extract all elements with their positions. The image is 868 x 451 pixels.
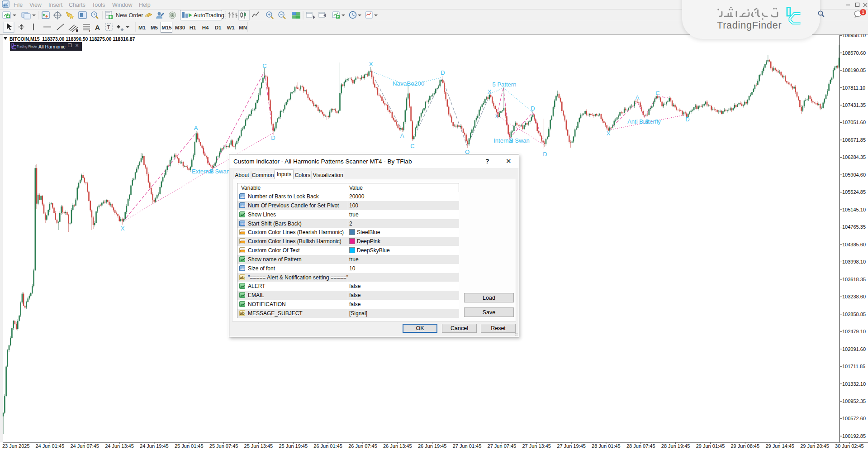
svg-text:24 Jun 19:45: 24 Jun 19:45 — [140, 443, 169, 449]
svg-text:105145.10: 105145.10 — [842, 207, 866, 212]
svg-text:104765.35: 104765.35 — [842, 224, 866, 230]
svg-text:100952.35: 100952.35 — [842, 398, 866, 404]
svg-text:26 Jun 01:45: 26 Jun 01:45 — [313, 443, 342, 449]
svg-text:103998.10: 103998.10 — [842, 259, 866, 264]
svg-text:102858.85: 102858.85 — [842, 312, 866, 317]
svg-text:29 Jun 01:45: 29 Jun 01:45 — [696, 443, 725, 449]
svg-text:D: D — [441, 69, 445, 76]
svg-text:25 Jun 19:45: 25 Jun 19:45 — [279, 443, 308, 449]
svg-text:27 Jun 19:45: 27 Jun 19:45 — [557, 443, 586, 449]
svg-text:D: D — [685, 116, 689, 123]
svg-text:105904.60: 105904.60 — [842, 172, 866, 178]
svg-text:28 Jun 07:45: 28 Jun 07:45 — [626, 443, 655, 449]
svg-text:29 Jun 20:45: 29 Jun 20:45 — [800, 443, 829, 449]
svg-text:26 Jun 07:45: 26 Jun 07:45 — [348, 443, 377, 449]
svg-text:25 Jun 01:45: 25 Jun 01:45 — [175, 443, 204, 449]
svg-text:26 Jun 19:45: 26 Jun 19:45 — [418, 443, 447, 449]
svg-text:B: B — [210, 168, 214, 175]
svg-text:28 Jun 19:45: 28 Jun 19:45 — [661, 443, 690, 449]
svg-text:X: X — [369, 61, 373, 67]
svg-text:B: B — [645, 118, 650, 125]
svg-text:X: X — [121, 225, 125, 232]
svg-text:Anti Butterfly: Anti Butterfly — [627, 118, 661, 125]
svg-text:107431.35: 107431.35 — [842, 102, 866, 108]
svg-text:NavaBo200: NavaBo200 — [393, 80, 425, 87]
svg-text:108570.60: 108570.60 — [842, 50, 866, 56]
svg-text:B: B — [509, 137, 513, 144]
svg-text:28 Jun 01:45: 28 Jun 01:45 — [592, 443, 621, 449]
svg-text:D: D — [531, 105, 535, 112]
svg-text:105524.85: 105524.85 — [842, 189, 866, 195]
svg-text:107811.10: 107811.10 — [842, 85, 865, 91]
svg-text:AutoTrading: AutoTrading — [194, 12, 224, 19]
svg-text:25 Jun 07:45: 25 Jun 07:45 — [209, 443, 238, 449]
svg-text:24 Jun 13:45: 24 Jun 13:45 — [105, 443, 134, 449]
svg-text:104385.60: 104385.60 — [842, 242, 866, 247]
svg-text:103238.60: 103238.60 — [842, 294, 866, 299]
svg-text:X: X — [495, 114, 498, 119]
svg-text:102091.60: 102091.60 — [842, 346, 866, 352]
svg-text:107051.60: 107051.60 — [842, 120, 866, 125]
svg-text:106671.85: 106671.85 — [842, 137, 866, 143]
svg-text:23 Jun 2025: 23 Jun 2025 — [2, 443, 30, 449]
svg-text:27 Jun 07:45: 27 Jun 07:45 — [488, 443, 517, 449]
svg-text:C: C — [655, 90, 659, 96]
svg-text:108190.85: 108190.85 — [842, 67, 866, 73]
svg-text:26 Jun 13:45: 26 Jun 13:45 — [383, 443, 412, 449]
svg-text:A: A — [636, 94, 640, 101]
svg-text:100192.85: 100192.85 — [842, 433, 866, 439]
svg-text:102479.10: 102479.10 — [842, 329, 866, 334]
svg-text:27 Jun 13:45: 27 Jun 13:45 — [522, 443, 551, 449]
svg-text:106284.35: 106284.35 — [842, 154, 866, 160]
svg-text:A: A — [194, 125, 198, 131]
svg-text:C: C — [262, 62, 266, 69]
svg-text:New Order: New Order — [116, 12, 143, 19]
svg-text:101332.10: 101332.10 — [842, 381, 866, 387]
svg-text:D: D — [543, 151, 547, 158]
svg-text:29 Jun 08:45: 29 Jun 08:45 — [730, 443, 759, 449]
svg-text:29 Jun 14:45: 29 Jun 14:45 — [765, 443, 794, 449]
svg-text:A: A — [400, 132, 404, 139]
svg-text:TradingFinder: TradingFinder — [717, 20, 782, 31]
svg-text:27 Jun 01:45: 27 Jun 01:45 — [453, 443, 482, 449]
svg-text:30 Jun 02:45: 30 Jun 02:45 — [835, 443, 864, 449]
svg-text:24 Jun 07:45: 24 Jun 07:45 — [70, 443, 99, 449]
svg-text:X: X — [607, 130, 611, 137]
svg-text:24 Jun 01:45: 24 Jun 01:45 — [35, 443, 64, 449]
svg-text:5 Pattern: 5 Pattern — [493, 81, 517, 88]
svg-text:25 Jun 13:45: 25 Jun 13:45 — [244, 443, 273, 449]
svg-text:1: 1 — [862, 10, 864, 15]
svg-text:D: D — [271, 134, 275, 141]
svg-text:103618.35: 103618.35 — [842, 277, 866, 282]
svg-text:100572.60: 100572.60 — [842, 416, 866, 421]
svg-text:C: C — [410, 143, 414, 149]
svg-text:X: X — [488, 88, 492, 95]
svg-text:101711.85: 101711.85 — [842, 364, 865, 369]
